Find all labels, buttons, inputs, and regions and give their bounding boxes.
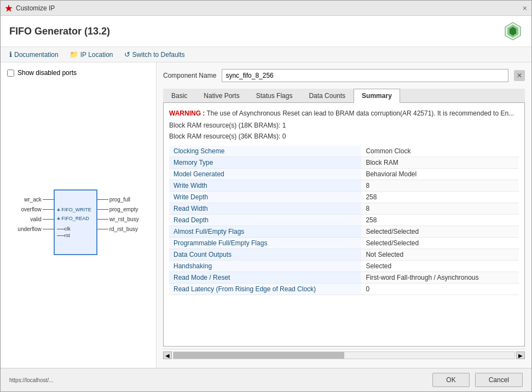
table-property: Read Mode / Reset [169,272,361,284]
table-row: Read Width8 [169,203,519,215]
prog-empty-port: prog_empty [97,205,138,214]
table-property: Programmable Full/Empty Flags [169,238,361,249]
refresh-icon: ↺ [124,50,130,59]
scroll-right-button[interactable]: ▶ [516,351,525,359]
title-bar-text: Customize IP [16,4,55,12]
app-icon [5,4,13,12]
fifo-write-label: FIFO_WRITE [61,207,91,212]
tab-basic[interactable]: Basic [163,89,195,102]
table-property: Handshaking [169,261,361,272]
title-bar-left: Customize IP [5,4,55,12]
expand-read-icon[interactable]: + [57,215,60,222]
tab-summary[interactable]: Summary [354,89,400,103]
footer: https://localhost/... OK Cancel [1,368,531,391]
component-name-clear-button[interactable]: ✕ [514,70,525,81]
component-name-label: Component Name [163,72,216,79]
documentation-label: Documentation [14,51,59,59]
underflow-label: underflow [18,226,41,232]
scroll-track[interactable] [173,351,515,359]
table-value: 8 [361,203,519,215]
switch-to-defaults-button[interactable]: ↺ Switch to Defaults [124,50,185,59]
table-value: Selected [361,261,519,272]
warning-label: WARNING : [169,109,205,117]
table-row: Read Depth258 [169,215,519,226]
documentation-button[interactable]: ℹ Documentation [9,50,59,59]
show-disabled-label: Show disabled ports [18,69,77,77]
table-value: Not Selected [361,249,519,261]
tab-data-counts[interactable]: Data Counts [300,89,354,102]
table-property: Read Latency (From Rising Edge of Read C… [169,284,361,295]
table-row: Model GeneratedBehavioral Model [169,169,519,180]
rst-label: rst [65,233,70,238]
show-disabled-ports-row: Show disabled ports [7,69,149,77]
prog-empty-label: prog_empty [109,206,138,212]
table-property: Almost Full/Empty Flags [169,226,361,238]
table-row: Read Latency (From Rising Edge of Read C… [169,284,519,295]
table-value: Block RAM [361,157,519,169]
scroll-left-button[interactable]: ◀ [163,351,172,359]
fifo-read-label: FIFO_READ [61,216,89,221]
tab-status-flags[interactable]: Status Flags [248,89,301,102]
table-property: Write Depth [169,192,361,203]
underflow-port: underflow [18,224,53,233]
ip-location-label: IP Location [80,51,113,59]
component-name-input[interactable] [222,69,508,82]
xilinx-logo [503,21,523,41]
table-row: Almost Full/Empty FlagsSelected/Selected [169,226,519,238]
warning-body: The use of Asynchronous Reset can lead t… [206,109,514,117]
table-property: Write Width [169,180,361,192]
prog-full-label: prog_full [109,197,130,203]
table-value: First-word Fall-through / Asynchronous [361,272,519,284]
close-button[interactable]: × [523,4,527,13]
rst-port-inner: rst [57,233,94,238]
rd-rst-busy-port: rd_rst_busy [97,224,138,233]
table-row: Write Width8 [169,180,519,192]
scroll-thumb[interactable] [174,352,344,359]
block-ram-18k-text: Block RAM resource(s) (18K BRAMs): 1 [169,120,519,130]
fifo-diagram: wr_ack overflow valid [18,189,138,255]
main-window: Customize IP × FIFO Generator (13.2) ℹ D… [0,0,532,392]
summary-table: Clocking SchemeCommon ClockMemory TypeBl… [169,146,519,295]
left-panel: Show disabled ports wr_ack [1,62,157,368]
table-property: Model Generated [169,169,361,180]
overflow-port: overflow [21,205,53,214]
main-content: Show disabled ports wr_ack [1,62,531,368]
ip-location-button[interactable]: 📁 IP Location [70,50,113,59]
table-property: Clocking Scheme [169,146,361,157]
valid-label: valid [30,216,42,222]
wr-rst-busy-port: wr_rst_busy [97,215,139,223]
table-row: Clocking SchemeCommon Clock [169,146,519,157]
expand-write-icon[interactable]: + [57,206,60,213]
table-value: Selected/Selected [361,238,519,249]
overflow-label: overflow [21,206,41,212]
show-disabled-checkbox[interactable] [7,70,14,77]
block-ram-36k-text: Block RAM resource(s) (36K BRAMs): 0 [169,131,519,141]
warning-box: WARNING : The use of Asynchronous Reset … [169,108,519,141]
table-property: Read Width [169,203,361,215]
table-row: Data Count OutputsNot Selected [169,249,519,261]
toolbar: ℹ Documentation 📁 IP Location ↺ Switch t… [1,47,531,62]
table-value: Common Clock [361,146,519,157]
table-value: 8 [361,180,519,192]
tab-native-ports[interactable]: Native Ports [195,89,247,102]
fifo-write-bus: + FIFO_WRITE [57,206,94,213]
tabs-bar: Basic Native Ports Status Flags Data Cou… [163,89,525,103]
table-row: Memory TypeBlock RAM [169,157,519,169]
right-panel: Component Name ✕ Basic Native Ports Stat… [157,62,531,368]
table-row: Read Mode / ResetFirst-word Fall-through… [169,272,519,284]
horizontal-scrollbar: ◀ ▶ [163,349,525,361]
tab-content: WARNING : The use of Asynchronous Reset … [163,103,525,347]
table-row: Write Depth258 [169,192,519,203]
table-property: Read Depth [169,215,361,226]
fifo-center-box: + FIFO_WRITE + FIFO_READ clk [54,189,97,255]
component-name-row: Component Name ✕ [163,69,525,82]
clk-port-inner: clk [57,226,94,232]
app-header: FIFO Generator (13.2) [1,16,531,47]
table-property: Data Count Outputs [169,249,361,261]
app-title: FIFO Generator (13.2) [9,26,110,37]
table-value: 0 [361,284,519,295]
table-row: Programmable Full/Empty FlagsSelected/Se… [169,238,519,249]
cancel-button[interactable]: Cancel [475,373,523,387]
ok-button[interactable]: OK [432,373,469,387]
valid-port: valid [30,215,54,223]
